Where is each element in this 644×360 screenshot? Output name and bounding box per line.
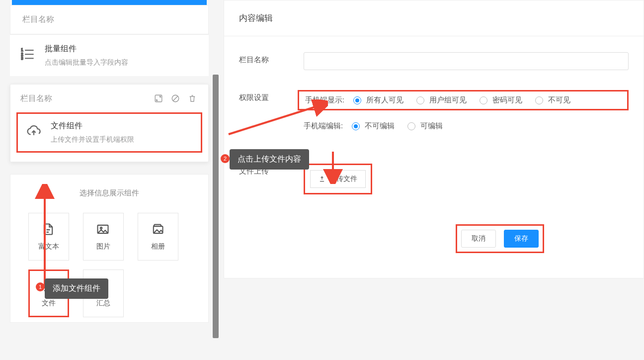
- radio-label-noedit: 不可编辑: [365, 121, 395, 131]
- radio-label-all: 所有人可见: [366, 95, 403, 105]
- radio-edit-yes[interactable]: [407, 122, 415, 130]
- svg-line-8: [173, 96, 178, 101]
- picker-label-file: 文件: [42, 299, 56, 308]
- cancel-button[interactable]: 取消: [461, 230, 496, 248]
- section-name-1: 栏目名称: [22, 15, 54, 23]
- radio-edit-no[interactable]: [352, 122, 360, 130]
- delete-icon[interactable]: [186, 92, 198, 104]
- action-buttons-box: 取消 保存: [456, 224, 544, 253]
- picker-item-richtext[interactable]: 富文本: [28, 213, 69, 261]
- upload-btn-label: 上传文件: [329, 175, 357, 183]
- display-radio-group: 手机端显示: 所有人可见 用户组可见 密码可见 不可见: [298, 90, 629, 110]
- batch-title: 批量组件: [45, 44, 128, 54]
- svg-text:3: 3: [21, 56, 23, 61]
- picker-label-image: 图片: [96, 242, 110, 251]
- collapse-icon[interactable]: [153, 92, 164, 104]
- upload-button[interactable]: 上传文件: [310, 170, 366, 188]
- batch-desc: 点击编辑批量导入字段内容: [45, 58, 128, 67]
- label-name: 栏目名称: [239, 52, 304, 65]
- picker-label-summary: 汇总: [96, 299, 110, 308]
- upload-small-icon: [319, 176, 325, 182]
- radio-label-group: 用户组可见: [429, 95, 467, 105]
- radio-label-edit: 可编辑: [420, 121, 443, 131]
- radio-display-all[interactable]: [353, 96, 361, 104]
- name-input[interactable]: [304, 52, 629, 70]
- batch-component-card[interactable]: 123 批量组件 点击编辑批量导入字段内容: [10, 34, 209, 76]
- picker-item-album[interactable]: 相册: [138, 213, 178, 261]
- display-sub-label: 手机端显示:: [305, 95, 344, 105]
- component-picker: 选择信息展示组件 富文本 图片 相册: [10, 174, 209, 323]
- panel-title: 内容编辑: [224, 0, 644, 36]
- document-icon: [41, 222, 56, 237]
- file-section-block: 栏目名称 文件组件 上传文件并设置手机端权限: [10, 84, 209, 162]
- svg-point-10: [100, 227, 102, 229]
- file-title: 文件组件: [51, 121, 134, 131]
- picker-item-image[interactable]: 图片: [83, 213, 124, 261]
- perm-content: 手机端显示: 所有人可见 用户组可见 密码可见 不可见 手机端编辑: 不可编辑 …: [304, 90, 629, 142]
- image-icon: [96, 222, 111, 237]
- batch-info: 批量组件 点击编辑批量导入字段内容: [45, 44, 128, 67]
- file-desc: 上传文件并设置手机端权限: [51, 135, 134, 144]
- list-icon: 123: [20, 46, 36, 62]
- edit-sub-label: 手机端编辑:: [304, 121, 343, 131]
- picker-label-richtext: 富文本: [38, 242, 59, 251]
- file-info: 文件组件 上传文件并设置手机端权限: [51, 121, 134, 144]
- radio-label-password: 密码可见: [492, 95, 522, 105]
- upload-content: 上传文件: [304, 164, 629, 194]
- radio-display-password[interactable]: [480, 96, 487, 104]
- disable-icon[interactable]: [169, 92, 181, 104]
- tooltip-click-upload: 点击上传文件内容: [230, 149, 309, 170]
- picker-grid: 富文本 图片 相册 文件: [28, 213, 190, 317]
- tooltip-add-file: 添加文件组件: [45, 278, 108, 299]
- left-panel: 栏目名称 123 批量组件 点击编辑批量导入字段内容 栏目名称: [10, 0, 209, 323]
- section-name-2: 栏目名称: [20, 93, 52, 104]
- upload-highlight-box: 上传文件: [304, 164, 372, 194]
- file-component-card[interactable]: 文件组件 上传文件并设置手机端权限: [16, 112, 202, 153]
- picker-title: 选择信息展示组件: [28, 188, 190, 198]
- radio-label-hidden: 不可见: [548, 95, 570, 105]
- radio-display-hidden[interactable]: [535, 96, 543, 104]
- picker-label-album: 相册: [151, 242, 165, 251]
- album-icon: [151, 222, 165, 237]
- top-accent-bar: [12, 0, 207, 5]
- cloud-upload-icon: [26, 123, 42, 139]
- row-name: 栏目名称: [224, 46, 644, 76]
- block-header: 栏目名称: [10, 85, 208, 112]
- edit-radio-group: 手机端编辑: 不可编辑 可编辑: [304, 121, 629, 131]
- block-actions: [153, 92, 198, 104]
- save-button[interactable]: 保存: [504, 230, 539, 248]
- scrollbar[interactable]: [213, 75, 219, 338]
- radio-display-group[interactable]: [416, 96, 424, 104]
- badge-1: 1: [36, 282, 45, 291]
- name-input-wrap: [304, 52, 629, 70]
- row-perm: 权限设置 手机端显示: 所有人可见 用户组可见 密码可见 不可见 手机端编辑: …: [224, 84, 644, 148]
- section-header-1: 栏目名称: [10, 5, 209, 34]
- badge-2: 2: [221, 154, 230, 163]
- label-perm: 权限设置: [239, 90, 304, 102]
- right-panel: 内容编辑 栏目名称 权限设置 手机端显示: 所有人可见 用户组可见 密码可见 不…: [224, 0, 644, 278]
